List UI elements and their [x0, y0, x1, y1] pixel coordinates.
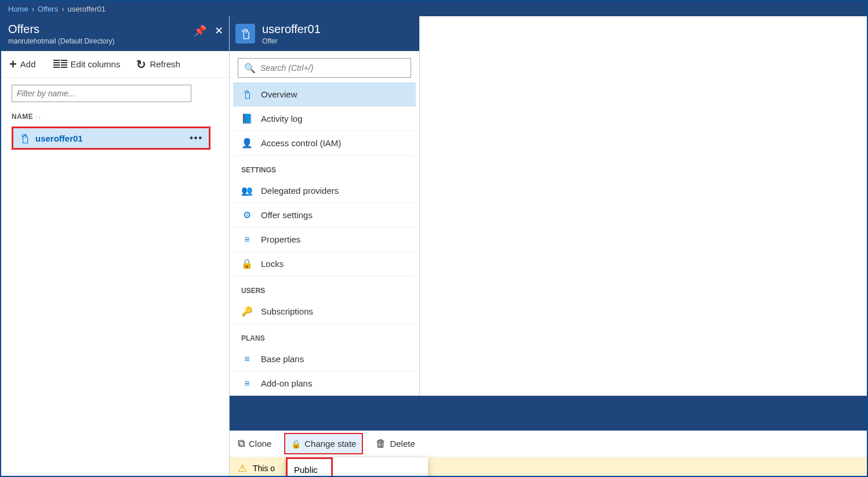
sliders-icon: ⚙: [241, 209, 253, 221]
main-header-strip: [230, 396, 867, 431]
nav-section-plans: PLANS: [233, 324, 416, 347]
nav-locks[interactable]: 🔒Locks: [233, 252, 416, 276]
people-icon: 👥: [241, 185, 253, 196]
warning-text: This o: [253, 464, 275, 473]
tag-icon: 🏷: [242, 89, 252, 100]
clone-button[interactable]: Clone: [234, 435, 275, 452]
clone-icon: [238, 438, 245, 450]
search-icon: 🔍: [244, 63, 256, 74]
nav-delegated-providers[interactable]: 👥Delegated providers: [233, 179, 416, 203]
main-panel: Clone Change state Delete Public Private…: [230, 396, 867, 477]
offers-title: Offers: [8, 23, 114, 36]
nav-search-input[interactable]: [260, 63, 405, 73]
add-button[interactable]: Add: [6, 55, 39, 74]
list-icon: [241, 378, 253, 389]
nav-section-settings: SETTINGS: [233, 156, 416, 179]
log-icon: 📘: [241, 113, 253, 124]
offer-row[interactable]: 🏷 useroffer01 •••: [12, 127, 210, 150]
nav-activity-log[interactable]: 📘Activity log: [233, 107, 416, 131]
column-header-name[interactable]: NAME↑↓: [12, 113, 219, 121]
breadcrumb: Home › Offers › useroffer01: [1, 1, 867, 16]
chevron-right-icon: ›: [32, 5, 34, 13]
nav-section-users: USERS: [233, 276, 416, 299]
breadcrumb-current: useroffer01: [68, 5, 106, 13]
tag-icon: 🏷: [19, 133, 31, 143]
offers-panel-header: Offers manrutehotmail (Default Directory…: [1, 16, 229, 51]
key-icon: 🔑: [241, 306, 253, 317]
offers-toolbar: Add Edit columns Refresh: [1, 51, 229, 78]
pin-icon[interactable]: 📌: [194, 24, 206, 37]
nav-access-control[interactable]: 👤Access control (IAM): [233, 131, 416, 156]
nav-properties[interactable]: Properties: [233, 227, 416, 252]
edit-columns-button[interactable]: Edit columns: [49, 56, 124, 73]
sort-icon: ↑↓: [35, 114, 41, 120]
lock-icon: 🔒: [241, 258, 253, 269]
breadcrumb-home[interactable]: Home: [8, 5, 28, 13]
close-icon[interactable]: ✕: [215, 24, 223, 37]
lock-icon: [291, 438, 301, 450]
detail-nav-panel: 🏷 useroffer01 Offer 🔍 🏷Overview 📘Activit…: [230, 16, 420, 396]
breadcrumb-offers[interactable]: Offers: [38, 5, 58, 13]
tag-icon: 🏷: [235, 24, 255, 44]
nav-addon-plans[interactable]: Add-on plans: [233, 371, 416, 396]
change-state-button[interactable]: Change state: [284, 433, 363, 454]
offers-panel: Offers manrutehotmail (Default Directory…: [1, 16, 230, 476]
refresh-button[interactable]: Refresh: [133, 55, 184, 74]
nav-base-plans[interactable]: Base plans: [233, 347, 416, 371]
warning-icon: ⚠: [238, 462, 247, 475]
more-icon[interactable]: •••: [190, 133, 203, 143]
offer-name: useroffer01: [35, 133, 190, 143]
nav-offer-settings[interactable]: ⚙Offer settings: [233, 203, 416, 227]
nav-overview[interactable]: 🏷Overview: [233, 82, 416, 107]
detail-title: useroffer01: [262, 23, 321, 36]
delete-button[interactable]: Delete: [372, 435, 418, 452]
delete-icon: [376, 438, 386, 450]
person-icon: 👤: [241, 138, 253, 149]
nav-subscriptions[interactable]: 🔑Subscriptions: [233, 299, 416, 324]
change-state-dropdown: Public Private Decommissioned: [286, 457, 428, 477]
dropdown-public[interactable]: Public: [286, 457, 428, 477]
columns-icon: [52, 58, 67, 71]
offers-subtitle: manrutehotmail (Default Directory): [8, 37, 114, 45]
nav-search[interactable]: 🔍: [238, 58, 411, 78]
refresh-icon: [136, 57, 146, 71]
detail-panel-header: 🏷 useroffer01 Offer: [230, 16, 419, 51]
list-icon: [241, 354, 253, 364]
chevron-right-icon: ›: [61, 5, 64, 13]
list-icon: [241, 234, 253, 245]
main-toolbar: Clone Change state Delete Public Private…: [230, 431, 867, 457]
detail-subtitle: Offer: [262, 37, 321, 45]
plus-icon: [9, 57, 17, 72]
filter-input[interactable]: [12, 85, 191, 102]
